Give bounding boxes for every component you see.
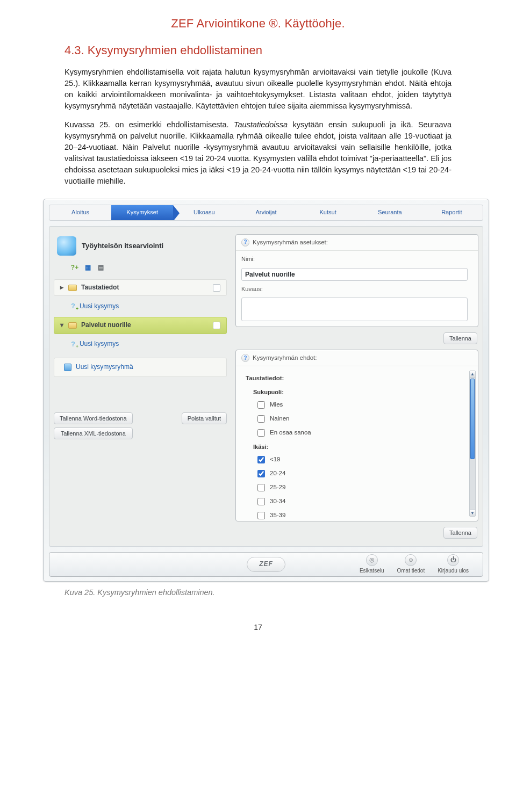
- checkbox[interactable]: [257, 415, 265, 423]
- conditions-scrollbar[interactable]: ▲ ▼: [469, 371, 476, 517]
- evaluation-header: Työyhteisön itsearviointi: [54, 234, 227, 260]
- checkbox[interactable]: [257, 498, 265, 505]
- new-question-label: Uusi kysymys: [80, 302, 119, 311]
- section-paragraph-1: Kysymysryhmien ehdollistamisella voit ra…: [64, 67, 452, 112]
- cond-gender-option[interactable]: Mies: [241, 398, 472, 412]
- main-canvas: Työyhteisön itsearviointi ?+ ▦ ▤ ▸ Taust…: [49, 226, 483, 547]
- logout-label: Kirjaudu ulos: [438, 567, 469, 575]
- tab-aloitus[interactable]: Aloitus: [49, 205, 111, 220]
- left-footer: Tallenna Word-tiedostona Tallenna XML-ti…: [54, 380, 227, 439]
- checkbox[interactable]: [257, 456, 265, 463]
- conditions-panel-title: Kysymysryhmän ehdot:: [253, 353, 317, 363]
- cond-gender-option[interactable]: Nainen: [241, 412, 472, 426]
- preview-label: Esikatselu: [360, 567, 384, 575]
- section-heading: 4.3. Kysymysryhmien ehdollistaminen: [64, 42, 452, 59]
- checkbox[interactable]: [257, 401, 265, 409]
- checkbox[interactable]: [257, 429, 265, 437]
- left-column: Työyhteisön itsearviointi ?+ ▦ ▤ ▸ Taust…: [52, 231, 229, 443]
- save-word-button[interactable]: Tallenna Word-tiedostona: [54, 412, 133, 424]
- group-desc-input[interactable]: [241, 298, 468, 321]
- tab-kutsut[interactable]: Kutsut: [297, 205, 359, 220]
- group-label: Palvelut nuorille: [81, 321, 131, 330]
- save-xml-button[interactable]: Tallenna XML-tiedostona: [54, 427, 133, 439]
- cond-age-option[interactable]: 35-39: [241, 509, 472, 523]
- profile-label: Omat tiedot: [397, 567, 425, 575]
- group-settings-panel: ? Kysymysryhmän asetukset: Nimi: Kuvaus:: [235, 234, 478, 328]
- cond-age-option[interactable]: 30-34: [241, 495, 472, 509]
- tab-kysymykset[interactable]: Kysymykset: [111, 205, 173, 220]
- tab-arvioijat[interactable]: Arvioijat: [235, 205, 297, 220]
- new-group-row[interactable]: Uusi kysymysryhmä: [54, 358, 227, 376]
- delete-selected-button[interactable]: Poista valitut: [182, 412, 227, 424]
- group-label: Taustatiedot: [81, 283, 119, 292]
- cond-gender-label: Sukupuoli:: [241, 385, 472, 398]
- checkbox[interactable]: [257, 512, 265, 519]
- doc-header: ZEF Arviointikone ®. Käyttöohje.: [64, 15, 452, 32]
- checkbox[interactable]: [257, 484, 265, 491]
- cond-age-option[interactable]: <19: [241, 453, 472, 467]
- power-icon: ⏻: [447, 554, 459, 566]
- para2-lead: Kuvassa 25. on esimerkki ehdollistamises…: [64, 120, 234, 129]
- section-paragraph-2: Kuvassa 25. on esimerkki ehdollistamises…: [64, 119, 452, 187]
- scroll-thumb[interactable]: [470, 379, 475, 459]
- cond-gender-option[interactable]: En osaa sanoa: [241, 426, 472, 440]
- cond-option-label: 25-29: [270, 483, 285, 492]
- group-name-input[interactable]: [241, 268, 468, 281]
- app-bottom-bar: ZEF ◎ Esikatselu ☺ Omat tiedot ⏻ Kirjaud…: [49, 552, 483, 577]
- cond-age-option[interactable]: 25-29: [241, 481, 472, 495]
- add-question-icon[interactable]: ?+: [70, 263, 80, 273]
- profile-action[interactable]: ☺ Omat tiedot: [397, 554, 425, 575]
- profile-icon: ☺: [405, 554, 417, 566]
- group-row-palvelut-nuorille[interactable]: ▾ Palvelut nuorille: [54, 317, 227, 334]
- help-icon[interactable]: ?: [241, 238, 249, 247]
- page-number: 17: [64, 622, 452, 633]
- new-question-label: Uusi kysymys: [80, 339, 119, 349]
- cond-option-label: <19: [270, 455, 281, 464]
- tab-ulkoasu[interactable]: Ulkoasu: [173, 205, 235, 220]
- app-screenshot: Aloitus Kysymykset Ulkoasu Arvioijat Kut…: [43, 199, 489, 582]
- new-question-under-g1[interactable]: ?+ Uusi kysymys: [54, 299, 227, 314]
- name-label: Nimi:: [241, 255, 472, 264]
- group-row-taustatiedot[interactable]: ▸ Taustatiedot: [54, 279, 227, 296]
- page-chip-icon[interactable]: [213, 284, 220, 292]
- settings-panel-title: Kysymysryhmän asetukset:: [253, 238, 328, 247]
- tab-seuranta[interactable]: Seuranta: [359, 205, 421, 220]
- group-conditions-panel: ? Kysymysryhmän ehdot: Taustatiedot: Suk…: [235, 350, 478, 521]
- cond-age-option[interactable]: 20-24: [241, 467, 472, 481]
- folder-icon: [68, 285, 77, 291]
- evaluation-logo-icon: [57, 236, 76, 256]
- desc-label: Kuvaus:: [241, 285, 472, 294]
- tab-raportit[interactable]: Raportit: [421, 205, 483, 220]
- cond-age-label: Ikäsi:: [241, 440, 472, 453]
- preview-action[interactable]: ◎ Esikatselu: [360, 554, 384, 575]
- para2-tail: kysytään ensin sukupuoli ja ikä. Seuraav…: [64, 120, 452, 185]
- cond-option-label: Nainen: [270, 414, 289, 423]
- save-settings-button[interactable]: Tallenna: [443, 332, 477, 344]
- folder-open-icon: [68, 322, 77, 329]
- group-icon: [64, 364, 71, 371]
- mini-toolbar: ?+ ▦ ▤: [54, 263, 227, 276]
- caret-down-icon: ▾: [60, 321, 64, 330]
- misc-icon[interactable]: ▤: [96, 263, 105, 273]
- new-question-under-g2[interactable]: ?+ Uusi kysymys: [54, 337, 227, 352]
- help-icon[interactable]: ?: [241, 354, 249, 362]
- cond-option-label: 30-34: [270, 497, 285, 506]
- scroll-up-icon[interactable]: ▲: [470, 371, 475, 378]
- logout-action[interactable]: ⏻ Kirjaudu ulos: [438, 554, 469, 575]
- caret-right-icon: ▸: [60, 283, 64, 292]
- checkbox[interactable]: [257, 470, 265, 477]
- scroll-down-icon[interactable]: ▼: [470, 510, 475, 516]
- new-group-label: Uusi kysymysryhmä: [76, 363, 133, 372]
- calendar-icon[interactable]: ▦: [83, 263, 92, 273]
- preview-icon: ◎: [366, 554, 378, 566]
- save-conditions-button[interactable]: Tallenna: [443, 527, 477, 539]
- cond-option-label: 20-24: [270, 469, 285, 478]
- para2-italic: Taustatiedoissa: [234, 120, 288, 129]
- cond-source-section: Taustatiedot:: [241, 371, 472, 385]
- main-tabstrip: Aloitus Kysymykset Ulkoasu Arvioijat Kut…: [49, 205, 483, 221]
- page-chip-icon[interactable]: [213, 322, 220, 329]
- cond-option-label: Mies: [270, 400, 283, 409]
- brand-pill: ZEF: [247, 557, 285, 571]
- cond-option-label: 35-39: [270, 511, 285, 520]
- evaluation-title: Työyhteisön itsearviointi: [82, 241, 163, 251]
